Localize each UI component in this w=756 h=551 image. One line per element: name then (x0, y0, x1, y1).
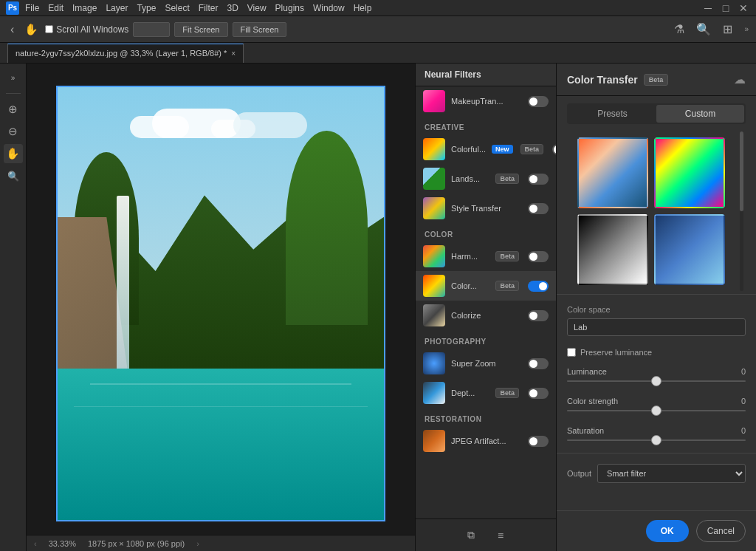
filter-item-jpeg[interactable]: JPEG Artifact... (416, 426, 556, 456)
zoom-input[interactable]: 100% (133, 22, 170, 37)
zoom-in-tool[interactable]: ⊕ (4, 100, 23, 119)
menu-window[interactable]: Window (313, 3, 345, 13)
canvas-background (56, 86, 385, 521)
filter-item-colorize[interactable]: Colorize (416, 301, 556, 330)
filter-name-harmony: Harm... (451, 252, 489, 261)
color-strength-slider-thumb[interactable] (651, 405, 662, 416)
filter-item-super-zoom[interactable]: Super Zoom (416, 349, 556, 378)
compare-icon[interactable]: ⧉ (462, 527, 480, 544)
zoom-out-tool[interactable]: ⊖ (4, 122, 23, 141)
document-tab[interactable]: nature-2ygv7ssy2k0lxlzu.jpg @ 33,3% (Lay… (7, 44, 244, 63)
menu-image[interactable]: Image (72, 3, 97, 13)
divider-2 (557, 453, 756, 454)
menu-view[interactable]: View (247, 3, 267, 13)
tab-close-button[interactable]: × (231, 49, 236, 58)
color-transfer-title: Color Transfer (567, 74, 638, 86)
workspace-icon[interactable]: ⊞ (720, 21, 735, 38)
filter-item-harmony[interactable]: Harm... Beta (416, 242, 556, 271)
search-tool[interactable]: 🔍 (4, 166, 23, 185)
filter-toggle-colorize[interactable] (528, 310, 549, 321)
luminance-value: 0 (741, 367, 746, 376)
filter-item-color-transfer[interactable]: Color... Beta (416, 271, 556, 301)
right-panel-scroll[interactable]: Presets Custom Color space (557, 96, 756, 510)
filter-item-makeup[interactable]: MakeupTran... (416, 86, 556, 116)
filter-name-super-zoom: Super Zoom (451, 359, 522, 368)
menu-layer[interactable]: Layer (106, 3, 128, 13)
filter-badge-beta-colorful: Beta (520, 144, 544, 154)
minimize-button[interactable]: ─ (701, 1, 715, 15)
tab-custom[interactable]: Custom (656, 105, 744, 123)
filter-item-style-transfer[interactable]: Style Transfer (416, 194, 556, 223)
cloud-upload-icon[interactable]: ☁ (734, 72, 746, 86)
preserve-luminance-checkbox[interactable] (567, 348, 576, 357)
tabs-row: Presets Custom (567, 103, 746, 124)
saturation-slider-thumb[interactable] (651, 435, 662, 445)
luminance-slider-track (567, 380, 746, 382)
expand-tool[interactable]: » (4, 68, 23, 87)
color-space-label: Color space (567, 305, 746, 314)
back-arrow[interactable]: ‹ (7, 23, 17, 36)
filter-badge-beta-color: Beta (495, 281, 519, 291)
color-space-dropdown[interactable]: Lab RGB HSL (567, 318, 746, 336)
fit-screen-button[interactable]: Fit Screen (174, 22, 227, 37)
divider-1 (557, 294, 756, 295)
filter-toggle-harmony[interactable] (528, 251, 549, 262)
filter-toggle-depth[interactable] (528, 388, 549, 399)
search-icon[interactable]: 🔍 (693, 21, 714, 38)
scroll-right-arrow[interactable]: › (196, 539, 199, 548)
menu-type[interactable]: Type (137, 3, 156, 13)
preset-blue-feathers[interactable] (654, 214, 725, 285)
left-toolbar: » ⊕ ⊖ ✋ 🔍 (0, 64, 27, 551)
menu-file[interactable]: File (25, 3, 39, 13)
filter-toggle-style[interactable] (528, 203, 549, 214)
color-strength-slider-section: Color strength 0 (557, 391, 756, 420)
layers-icon[interactable]: ≡ (492, 527, 509, 544)
tab-presets[interactable]: Presets (568, 105, 656, 123)
filter-toggle-jpeg[interactable] (528, 436, 549, 447)
filter-toggle-landscape[interactable] (528, 174, 549, 185)
filter-item-landscape[interactable]: Lands... Beta (416, 164, 556, 194)
section-label-creative: CREATIVE (416, 116, 556, 134)
output-label: Output (567, 469, 591, 478)
preset-sky[interactable] (577, 137, 648, 208)
flask-icon[interactable]: ⚗ (671, 21, 687, 38)
filter-toggle-colorful[interactable] (552, 144, 556, 155)
menu-filter[interactable]: Filter (199, 3, 219, 13)
menu-help[interactable]: Help (354, 3, 372, 13)
hand-tool[interactable]: ✋ (21, 20, 41, 39)
filter-toggle-makeup[interactable] (528, 96, 549, 107)
preset-bw[interactable] (577, 214, 648, 285)
filter-toggle-color-transfer[interactable] (528, 281, 549, 292)
neural-panel-content[interactable]: MakeupTran... CREATIVE Colorful... New B… (416, 86, 556, 519)
menu-edit[interactable]: Edit (48, 3, 63, 13)
output-dropdown[interactable]: Smart filter New layer Current layer (597, 464, 746, 483)
scroll-left-arrow[interactable]: ‹ (34, 539, 37, 548)
scroll-all-checkbox[interactable] (45, 25, 53, 33)
color-strength-label-row: Color strength 0 (567, 397, 746, 405)
filter-icon-super-zoom (423, 352, 445, 374)
neural-filters-panel: Neural Filters MakeupTran... CREATIVE Co… (415, 64, 557, 551)
cancel-button[interactable]: Cancel (696, 520, 746, 542)
filter-name-color-transfer: Color... (451, 281, 489, 290)
filter-icon-color-transfer (423, 275, 445, 297)
hand-tool-left[interactable]: ✋ (4, 144, 23, 163)
filter-icon-depth (423, 382, 445, 404)
preset-abstract[interactable] (654, 137, 725, 208)
fill-screen-button[interactable]: Fill Screen (233, 22, 287, 37)
filter-icon-jpeg (423, 430, 445, 452)
image-dimensions: 1875 px × 1080 px (96 ppi) (88, 539, 185, 548)
filter-toggle-super-zoom[interactable] (528, 358, 549, 369)
saturation-value: 0 (741, 426, 746, 435)
close-button[interactable]: ✕ (737, 1, 750, 15)
menu-select[interactable]: Select (165, 3, 189, 13)
filter-name-makeup: MakeupTran... (451, 97, 522, 106)
filter-item-colorful[interactable]: Colorful... New Beta (416, 134, 556, 164)
ok-button[interactable]: OK (646, 520, 689, 542)
maximize-button[interactable]: □ (719, 1, 732, 15)
luminance-slider-thumb[interactable] (651, 376, 662, 386)
filter-item-depth-blur[interactable]: Dept... Beta (416, 378, 556, 408)
menu-3d[interactable]: 3D (227, 3, 238, 13)
menu-plugins[interactable]: Plugins (275, 3, 304, 13)
expand-icon[interactable]: » (744, 25, 749, 33)
filter-icon-colorful (423, 138, 445, 160)
